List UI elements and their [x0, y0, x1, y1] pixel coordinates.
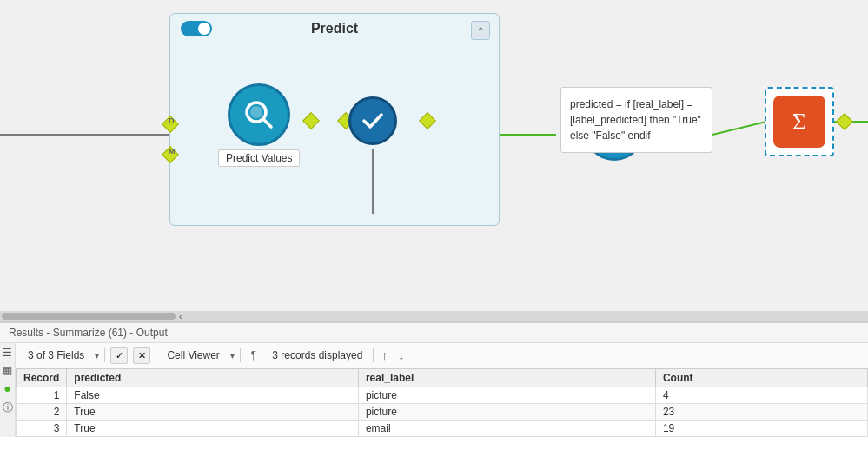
cell-predicted: True [67, 421, 359, 437]
table-row: 1 False picture 4 [17, 387, 868, 404]
table-row: 3 True email 19 [17, 421, 868, 437]
predict-box: Predict ⌃ D M Predict Values [169, 13, 500, 226]
cell-real-label: picture [358, 404, 655, 421]
scroll-arrow-left[interactable]: ‹ [176, 311, 182, 321]
circle-icon[interactable]: ● [3, 381, 10, 395]
cell-viewer-label[interactable]: Cell Viewer [162, 348, 224, 363]
results-table-container: Record predicted real_label Count 1 Fals… [16, 368, 868, 437]
table-header-row: Record predicted real_label Count [17, 369, 868, 387]
toolbar-sep-1 [104, 348, 105, 362]
list-icon[interactable]: ☰ [3, 347, 12, 359]
cell-record: 2 [17, 404, 67, 421]
sigma-node[interactable]: Σ [765, 87, 834, 156]
cell-predicted: True [67, 404, 359, 421]
cell-record: 1 [17, 387, 67, 404]
col-header-real-label[interactable]: real_label [358, 369, 655, 387]
cell-real-label: email [358, 421, 655, 437]
port-m-label: M [169, 147, 176, 156]
results-table: Record predicted real_label Count 1 Fals… [16, 368, 868, 437]
col-header-count[interactable]: Count [655, 369, 867, 387]
cell-count: 19 [655, 421, 867, 437]
results-header-text: Results - Summarize (61) - Output [9, 327, 168, 339]
cell-viewer-arrow[interactable]: ▾ [230, 351, 235, 361]
internal-lines [170, 14, 499, 225]
sigma-symbol: Σ [792, 108, 806, 136]
results-header: Results - Summarize (61) - Output [0, 323, 868, 343]
results-toolbar: 3 of 3 Fields ▾ ✓ ✕ Cell Viewer ▾ ¶ 3 re… [16, 343, 868, 368]
port-d-label: D [169, 116, 175, 125]
cell-count: 4 [655, 387, 867, 404]
canvas-scrollbar[interactable]: ‹ [0, 311, 868, 321]
records-label: 3 records displayed [267, 348, 368, 363]
formula-box: predicted = if [real_label] = [label_pre… [560, 87, 712, 153]
results-left-bar: ☰ ▦ ● ⓘ [0, 343, 16, 437]
sigma-output-port[interactable] [836, 113, 853, 130]
x-btn[interactable]: ✕ [133, 347, 150, 364]
formula-text: predicted = if [real_label] = [label_pre… [570, 98, 701, 142]
sigma-inner: Σ [773, 96, 825, 148]
cell-predicted: False [67, 387, 359, 404]
dropdown-arrow[interactable]: ▾ [95, 351, 99, 361]
toolbar-sep-3 [240, 348, 241, 362]
col-header-predicted[interactable]: predicted [67, 369, 359, 387]
cell-count: 23 [655, 404, 867, 421]
canvas-scroll-thumb[interactable] [2, 313, 176, 320]
sort-up-btn[interactable]: ↑ [379, 348, 390, 362]
check-btn[interactable]: ✓ [110, 347, 128, 364]
filter-icon[interactable]: ¶ [246, 348, 262, 363]
fields-label[interactable]: 3 of 3 Fields [23, 348, 89, 363]
info-icon[interactable]: ⓘ [3, 401, 13, 415]
canvas-area: Predict ⌃ D M Predict Values [0, 0, 868, 321]
svg-line-7 [712, 122, 766, 135]
col-header-record[interactable]: Record [17, 369, 67, 387]
grid-icon[interactable]: ▦ [3, 364, 12, 376]
toolbar-sep-4 [373, 348, 374, 362]
cell-real-label: picture [358, 387, 655, 404]
cell-record: 3 [17, 421, 67, 437]
toolbar-sep-2 [156, 348, 156, 362]
table-row: 2 True picture 23 [17, 404, 868, 421]
results-panel: Results - Summarize (61) - Output ☰ ▦ ● … [0, 321, 868, 457]
sort-down-btn[interactable]: ↓ [395, 348, 407, 362]
